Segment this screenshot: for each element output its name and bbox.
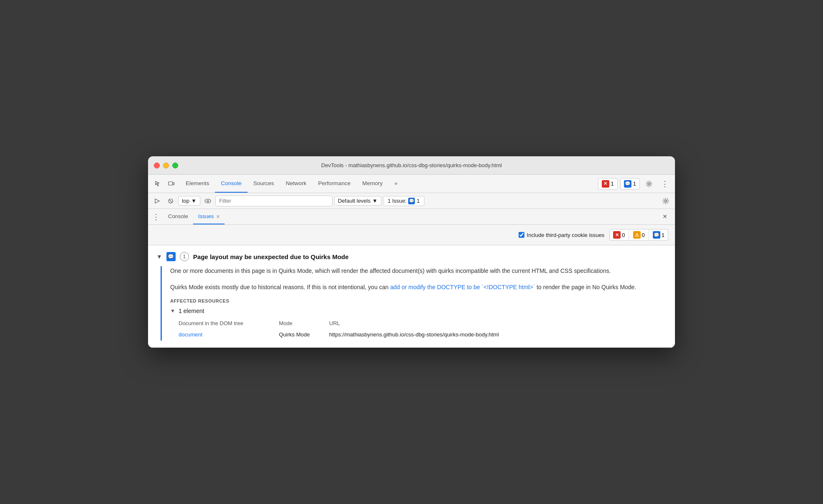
filter-input[interactable]: [215, 196, 332, 206]
issue-title: Page layout may be unexpected due to Qui…: [193, 253, 349, 260]
tab-issues[interactable]: Issues ×: [193, 209, 225, 224]
tab-memory[interactable]: Memory: [356, 175, 388, 193]
toolbar-tabs: Elements Console Sources Network Perform…: [180, 175, 598, 193]
resource-table-header: Document in the DOM tree Mode URL: [179, 318, 667, 329]
close-issues-tab[interactable]: ×: [216, 213, 220, 220]
device-toolbar-button[interactable]: [165, 177, 178, 191]
close-button[interactable]: [154, 163, 160, 168]
expand-arrow[interactable]: ▼: [156, 253, 162, 260]
devtools-window: DevTools - mathiasbynens.github.io/css-d…: [148, 156, 675, 347]
affected-label: Affected Resources: [170, 298, 667, 303]
third-party-checkbox-label[interactable]: Include third-party cookie issues: [519, 232, 605, 238]
levels-dropdown[interactable]: Default levels ▼: [334, 196, 381, 206]
issue-count-badge: 💬: [408, 198, 415, 204]
settings-button[interactable]: [642, 177, 656, 191]
tab-console-secondary[interactable]: Console: [163, 209, 193, 224]
tab-console[interactable]: Console: [215, 175, 248, 193]
inspect-element-button[interactable]: [151, 177, 165, 191]
header-col3: URL: [329, 320, 667, 326]
svg-point-8: [665, 200, 667, 202]
issues-panel: ⋮ Console Issues × × Include third-party…: [148, 209, 675, 347]
table-cell-col1: document: [179, 331, 279, 339]
title-bar: DevTools - mathiasbynens.github.io/css-d…: [148, 156, 675, 175]
toolbar-right: ✕ 1 💬 1 ⋮: [598, 177, 672, 191]
issues-counts: ✕ 0 ⚠ 0 💬 1: [609, 229, 668, 241]
error-icon: ✕: [602, 180, 609, 188]
element-count-label: 1 element: [179, 308, 204, 314]
element-expand-arrow[interactable]: ▼: [170, 308, 175, 314]
message-count-button[interactable]: 💬 1: [620, 178, 640, 190]
svg-line-5: [169, 200, 172, 202]
issues-content: ▼ 💬 1 Page layout may be unexpected due …: [148, 245, 675, 347]
devtools-toolbar: Elements Console Sources Network Perform…: [148, 175, 675, 193]
svg-rect-1: [173, 183, 174, 185]
error-count-button[interactable]: ✕ 1: [598, 178, 618, 190]
warning-badge: ⚠: [633, 231, 641, 239]
issue-count-circle: 1: [180, 252, 189, 261]
tab-sources[interactable]: Sources: [248, 175, 280, 193]
clear-console-button[interactable]: [165, 195, 176, 207]
svg-rect-0: [169, 182, 173, 185]
issue-header-row: ▼ 💬 1 Page layout may be unexpected due …: [156, 252, 667, 261]
issue-type-icon: 💬: [166, 252, 176, 261]
eye-button[interactable]: [202, 195, 214, 207]
doctype-link[interactable]: add or modify the DOCTYPE to be `<!DOCTY…: [390, 284, 535, 290]
error-count-item: ✕ 0: [610, 229, 629, 240]
issue-description-p1: One or more documents in this page is in…: [170, 266, 667, 275]
context-dropdown[interactable]: top ▼: [178, 196, 200, 206]
svg-point-6: [205, 199, 211, 203]
svg-point-2: [648, 183, 650, 185]
info-badge: 💬: [653, 231, 660, 239]
close-panel-button[interactable]: ×: [659, 211, 671, 223]
error-badge: ✕: [613, 231, 621, 239]
info-count-item: 💬 1: [649, 229, 668, 240]
document-link[interactable]: document: [179, 331, 202, 338]
console-settings-button[interactable]: [660, 195, 672, 207]
issue-badge-button[interactable]: 1 Issue: 💬 1: [383, 196, 424, 206]
header-col2: Mode: [279, 320, 329, 326]
resource-table: Document in the DOM tree Mode URL docume…: [179, 318, 667, 341]
more-options-button[interactable]: ⋮: [658, 177, 672, 191]
tab-performance[interactable]: Performance: [312, 175, 356, 193]
svg-point-7: [207, 200, 209, 202]
tab-more[interactable]: »: [388, 175, 404, 193]
table-cell-col2: Quirks Mode: [279, 331, 329, 339]
third-party-checkbox[interactable]: [519, 232, 524, 238]
issue-body: One or more documents in this page is in…: [161, 266, 667, 340]
window-title: DevTools - mathiasbynens.github.io/css-d…: [321, 162, 502, 168]
tab-network[interactable]: Network: [280, 175, 312, 193]
table-cell-col3: https://mathiasbynens.github.io/css-dbg-…: [329, 331, 667, 339]
tab-elements[interactable]: Elements: [180, 175, 215, 193]
svg-marker-3: [155, 199, 159, 203]
three-dot-menu[interactable]: ⋮: [152, 212, 160, 221]
header-col1: Document in the DOM tree: [179, 320, 279, 326]
issue-description-p2: Quirks Mode exists mostly due to histori…: [170, 283, 667, 292]
issues-filter-bar: Include third-party cookie issues ✕ 0 ⚠ …: [148, 225, 675, 245]
minimize-button[interactable]: [163, 163, 169, 168]
warning-count-item: ⚠ 0: [630, 229, 649, 240]
element-row: ▼ 1 element: [170, 308, 667, 314]
console-toolbar: top ▼ Default levels ▼ 1 Issue: 💬 1: [148, 193, 675, 209]
maximize-button[interactable]: [172, 163, 178, 168]
affected-resources: Affected Resources ▼ 1 element Document …: [170, 298, 667, 341]
message-icon: 💬: [624, 180, 631, 188]
table-row: document Quirks Mode https://mathiasbyne…: [179, 329, 667, 341]
issues-tab-bar: ⋮ Console Issues × ×: [148, 209, 675, 225]
execute-button[interactable]: [151, 195, 163, 207]
traffic-lights: [154, 163, 178, 168]
